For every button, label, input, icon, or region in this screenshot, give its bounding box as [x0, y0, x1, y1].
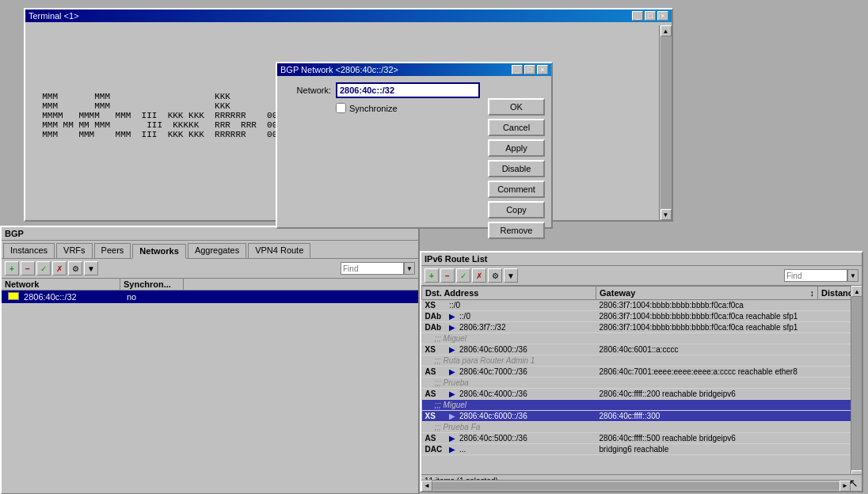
find-box: ▼: [341, 262, 415, 275]
ipv6-x-button[interactable]: ✗: [472, 268, 486, 283]
terminal-maximize-btn[interactable]: □: [645, 11, 656, 21]
table-header: Network Synchron...: [2, 279, 418, 291]
ipv6-find-arrow[interactable]: ▼: [847, 269, 858, 282]
bgp-table-body: 2806:40c::/32 no: [2, 291, 418, 469]
add-button[interactable]: +: [5, 261, 19, 276]
synchronize-checkbox[interactable]: [336, 103, 346, 113]
gw-cell: 2806:40c:ffff::200 reachable bridgeipv6: [596, 389, 818, 400]
bgp-panel: BGP Instances VRFs Peers Networks Aggreg…: [0, 226, 420, 494]
dialog-controls: _ □ ×: [512, 65, 548, 74]
tab-peers[interactable]: Peers: [94, 243, 131, 258]
ipv6-hscroll-track[interactable]: [432, 482, 839, 490]
ipv6-row[interactable]: DAb ▶ ::/0 2806:3f7:1004:bbbb:bbbb:bbbb:…: [422, 311, 862, 322]
ipv6-check-button[interactable]: ✓: [456, 268, 470, 283]
dst-cell: XS ▶ 2806:40c:6000::/36: [422, 344, 596, 355]
find-arrow[interactable]: ▼: [404, 262, 415, 275]
bgp-network-dialog: BGP Network <2806:40c::/32> _ □ × Networ…: [276, 62, 553, 229]
ipv6-scrollbar-h[interactable]: ◄ ►: [421, 480, 851, 491]
dst-cell: AS ▶ 2806:40c:4000::/36: [422, 389, 596, 400]
dialog-maximize-btn[interactable]: □: [524, 65, 535, 74]
ipv6-row[interactable]: XS ▶ 2806:40c:6000::/36 2806:40c:6001::a…: [422, 344, 862, 355]
network-input[interactable]: [336, 82, 480, 98]
ipv6-settings-button[interactable]: ⚙: [488, 268, 502, 283]
tab-vpn4-routes[interactable]: VPN4 Route: [248, 243, 310, 258]
terminal-close-btn[interactable]: ×: [657, 11, 668, 21]
cancel-button[interactable]: Cancel: [488, 119, 545, 136]
ipv6-add-button[interactable]: +: [424, 268, 439, 283]
network-cell: 2806:40c::/32: [5, 291, 124, 302]
network-flag: [8, 292, 19, 300]
ipv6-remove-button[interactable]: −: [440, 268, 455, 283]
comment-row: ;;; Ruta para Router Admin 1: [422, 355, 862, 367]
ipv6-filter-button[interactable]: ▼: [504, 268, 518, 283]
scroll-up-arrow[interactable]: ▲: [661, 25, 672, 36]
ipv6-row[interactable]: XS ::/0 2806:3f7:1004:bbbb:bbbb:bbbb:f0c…: [422, 300, 862, 311]
apply-button[interactable]: Apply: [488, 139, 545, 157]
dst-cell: AS ▶ 2806:40c:5000::/36: [422, 433, 596, 444]
remove-button-tb[interactable]: −: [21, 261, 35, 276]
tab-vrfs[interactable]: VRFs: [56, 243, 93, 258]
terminal-minimize-btn[interactable]: _: [632, 11, 643, 21]
synchronize-label: Synchronize: [349, 104, 398, 113]
ipv6-row[interactable]: AS ▶ 2806:40c:4000::/36 2806:40c:ffff::2…: [422, 389, 862, 400]
ipv6-table-header-row: Dst. Address Gateway↕ Distance: [422, 287, 862, 300]
dialog-minimize-btn[interactable]: _: [512, 65, 523, 74]
ipv6-row[interactable]: DAC ▶ ... bridging6 reachable: [422, 444, 862, 455]
comment-cell: ;;; Miguel: [422, 333, 862, 344]
terminal-controls: _ □ ×: [632, 11, 668, 21]
check-button[interactable]: ✓: [36, 261, 51, 276]
disable-button[interactable]: Disable: [488, 160, 545, 177]
comment-cell: ;;; Ruta para Router Admin 1: [422, 355, 862, 367]
ipv6-scroll-left[interactable]: ◄: [421, 481, 432, 492]
th-network: Network: [2, 279, 120, 290]
ipv6-row[interactable]: DAb ▶ 2806:3f7::/32 2806:3f7:1004:bbbb:b…: [422, 322, 862, 333]
ok-button[interactable]: OK: [488, 98, 545, 116]
gw-cell: 2806:40c:6001::a:cccc: [596, 344, 818, 355]
tab-aggregates[interactable]: Aggregates: [188, 243, 246, 258]
gw-cell: 2806:3f7:1004:bbbb:bbbb:bbbb:f0ca:f0ca r…: [596, 311, 818, 322]
ipv6-scroll-right[interactable]: ►: [839, 481, 851, 492]
synchronize-row: Synchronize: [336, 103, 480, 113]
comment-row: ;;; Prueba Fa: [422, 422, 862, 433]
terminal-title: Terminal <1>: [29, 11, 79, 21]
gw-cell: 2806:3f7:1004:bbbb:bbbb:bbbb:f0ca:f0ca r…: [596, 322, 818, 333]
dialog-content: Network: Synchronize OK Cancel Apply Dis…: [277, 76, 551, 227]
ipv6-row[interactable]: AS ▶ 2806:40c:7000::/36 2806:40c:7001:ee…: [422, 367, 862, 378]
ipv6-panel-title: IPv6 Route List: [421, 253, 862, 266]
terminal-scrollbar[interactable]: ▲ ▼: [659, 25, 672, 220]
dialog-close-btn[interactable]: ×: [537, 65, 548, 74]
ipv6-scroll-track[interactable]: [851, 297, 862, 470]
ipv6-scroll-up[interactable]: ▲: [851, 286, 862, 297]
network-label: Network:: [284, 86, 331, 95]
ipv6-find-input[interactable]: [784, 269, 847, 282]
tab-networks[interactable]: Networks: [132, 244, 186, 259]
scroll-track[interactable]: [661, 36, 672, 209]
gw-cell: 2806:3f7:1004:bbbb:bbbb:bbbb:f0ca:f0ca: [596, 300, 818, 311]
x-button[interactable]: ✗: [52, 261, 67, 276]
filter-button[interactable]: ▼: [84, 261, 98, 276]
ipv6-row-selected[interactable]: XS ▶ 2806:40c:6000::/36 2806:40c:ffff::3…: [422, 411, 862, 422]
dst-cell: XS ::/0: [422, 300, 596, 311]
copy-button[interactable]: Copy: [488, 201, 545, 218]
bgp-table-row[interactable]: 2806:40c::/32 no: [2, 291, 418, 304]
remove-button[interactable]: Remove: [488, 222, 545, 239]
gw-cell: bridging6 reachable: [596, 444, 818, 455]
settings-button[interactable]: ⚙: [68, 261, 82, 276]
dst-cell: DAb ▶ 2806:3f7::/32: [422, 322, 596, 333]
comment-button[interactable]: Comment: [488, 180, 545, 198]
ipv6-row[interactable]: AS ▶ 2806:40c:5000::/36 2806:40c:ffff::5…: [422, 433, 862, 444]
find-input[interactable]: [341, 262, 404, 275]
ipv6-table-body: XS ::/0 2806:3f7:1004:bbbb:bbbb:bbbb:f0c…: [422, 300, 862, 455]
comment-cell-selected: ;;; Miguel: [422, 400, 862, 411]
gw-cell: 2806:40c:ffff::300: [596, 411, 818, 422]
comment-row: ;;; Prueba: [422, 378, 862, 389]
dst-cell: XS ▶ 2806:40c:6000::/36: [422, 411, 596, 422]
scroll-down-arrow[interactable]: ▼: [661, 209, 672, 220]
tab-instances[interactable]: Instances: [3, 243, 55, 258]
ipv6-scrollbar-v[interactable]: ▲ ▼: [851, 286, 862, 481]
th-sync: Synchron...: [120, 279, 184, 290]
gw-cell: 2806:40c:ffff::500 reachable bridgeipv6: [596, 433, 818, 444]
sync-cell: no: [124, 291, 187, 302]
network-field-row: Network:: [284, 82, 480, 98]
dst-cell: DAb ▶ ::/0: [422, 311, 596, 322]
